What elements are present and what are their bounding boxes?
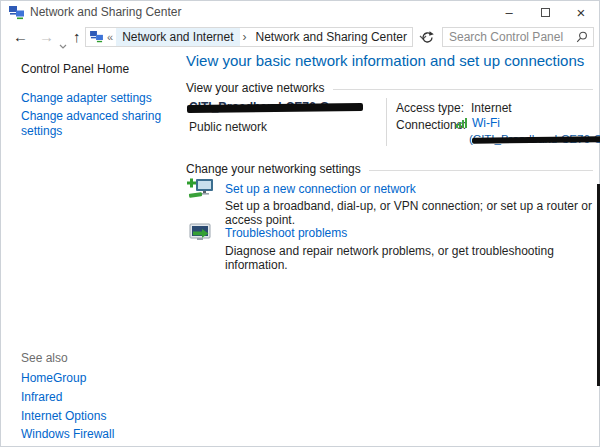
breadcrumb-segment-network-and-sharing-center[interactable]: Network and Sharing Center	[250, 28, 413, 46]
maximize-button[interactable]	[527, 1, 563, 24]
maximize-icon	[541, 8, 550, 17]
section-divider-line	[333, 89, 593, 90]
active-networks-label: View your active networks	[186, 81, 325, 95]
close-button[interactable]: ×	[563, 1, 599, 24]
sidebar-item-infrared[interactable]: Infrared	[21, 390, 62, 404]
sidebar-item-homegroup[interactable]: HomeGroup	[21, 371, 86, 385]
troubleshoot-icon[interactable]	[189, 223, 213, 247]
page-title: View your basic network information and …	[186, 52, 584, 69]
breadcrumb-separator-icon[interactable]: ›	[240, 30, 250, 44]
window-controls: – ×	[491, 1, 599, 24]
sidebar-item-change-advanced-sharing-settings[interactable]: Change advanced sharing settings	[21, 109, 163, 139]
breadcrumb-overflow-icon[interactable]: «	[107, 31, 113, 43]
window-title: Network and Sharing Center	[30, 5, 181, 19]
connection-value: Wi-Fi	[456, 116, 500, 130]
up-button[interactable]: ↑	[73, 27, 81, 47]
address-network-icon	[90, 31, 103, 43]
sidebar-item-change-adapter-settings[interactable]: Change adapter settings	[21, 91, 152, 105]
recent-pages-chevron-icon[interactable]	[59, 34, 67, 54]
search-icon[interactable]	[576, 31, 588, 43]
network-sharing-center-icon	[9, 6, 24, 20]
redaction-scribble: (CITI_Broadband-CE76-G)	[469, 133, 600, 145]
networking-settings-section-header: Change your networking settings	[186, 162, 593, 176]
new-connection-icon[interactable]	[187, 178, 215, 204]
network-sharing-center-window: Network and Sharing Center – × ← → ↑ « N…	[0, 0, 600, 447]
sidebar-item-control-panel-home[interactable]: Control Panel Home	[21, 62, 129, 76]
troubleshoot-problems-description: Diagnose and repair network problems, or…	[225, 244, 599, 272]
address-bar[interactable]: « Network and Internet › Network and Sha…	[85, 27, 413, 47]
connection-detail-redacted: (CITI_Broadband-CE76-G)	[469, 133, 600, 145]
sidebar-item-internet-options[interactable]: Internet Options	[21, 409, 106, 423]
refresh-button[interactable]	[417, 27, 437, 47]
network-name-redacted: CITI_Broadband-CE76-G	[189, 100, 329, 114]
active-networks-section-header: View your active networks	[186, 81, 593, 95]
wifi-link[interactable]: Wi-Fi	[472, 116, 500, 130]
back-button[interactable]: ←	[13, 27, 28, 47]
forward-button[interactable]: →	[39, 27, 54, 47]
setup-new-connection-link[interactable]: Set up a new connection or network	[225, 182, 416, 196]
troubleshoot-problems-link[interactable]: Troubleshoot problems	[225, 226, 347, 240]
setup-new-connection-description: Set up a broadband, dial-up, or VPN conn…	[225, 199, 599, 227]
network-info-divider	[386, 98, 387, 146]
search-input[interactable]	[443, 30, 571, 44]
title-bar: Network and Sharing Center – ×	[1, 1, 599, 23]
minimize-button[interactable]: –	[491, 1, 527, 24]
section-divider-line	[369, 170, 593, 171]
breadcrumb-segment-network-and-internet[interactable]: Network and Internet	[116, 28, 239, 46]
redaction-scribble: CITI_Broadband-CE76-G	[189, 100, 329, 114]
networking-settings-label: Change your networking settings	[186, 162, 361, 176]
access-type-label: Access type:	[396, 101, 464, 115]
sidebar-item-windows-firewall[interactable]: Windows Firewall	[21, 427, 114, 441]
search-box[interactable]	[442, 27, 594, 47]
wifi-signal-icon	[456, 118, 468, 128]
access-type-value: Internet	[471, 101, 512, 115]
see-also-header: See also	[21, 351, 68, 365]
network-type-label: Public network	[189, 120, 267, 134]
